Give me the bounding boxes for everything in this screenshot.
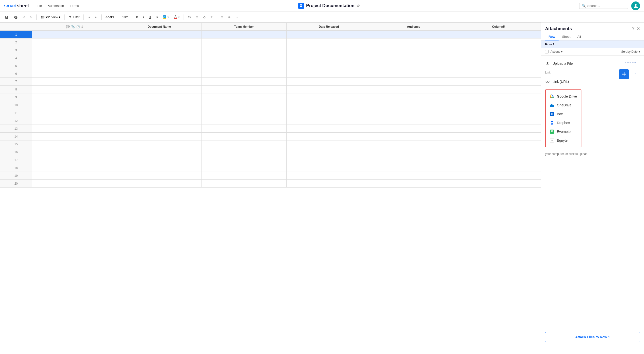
- table-row[interactable]: 7: [0, 78, 541, 86]
- cell[interactable]: [456, 141, 541, 148]
- cell[interactable]: [456, 101, 541, 109]
- cell[interactable]: [117, 46, 202, 54]
- cell[interactable]: [117, 54, 202, 62]
- cell[interactable]: [371, 70, 456, 78]
- cell[interactable]: [371, 141, 456, 148]
- link-url-option[interactable]: Link (URL): [545, 78, 569, 86]
- cell[interactable]: [117, 117, 202, 125]
- cell[interactable]: [286, 62, 371, 70]
- tab-row[interactable]: Row: [545, 33, 558, 40]
- close-icon[interactable]: ✕: [636, 26, 640, 31]
- cell[interactable]: [286, 38, 371, 46]
- font-select[interactable]: Arial ▾: [104, 14, 116, 20]
- table-row[interactable]: 1: [0, 31, 541, 38]
- egnyte-option[interactable]: ✳ Egnyte: [546, 136, 581, 145]
- outdent-button[interactable]: ⇤: [93, 14, 100, 20]
- cell[interactable]: [456, 78, 541, 86]
- font-size-select[interactable]: 10 ▾: [120, 14, 130, 20]
- cell[interactable]: [117, 31, 202, 38]
- cell[interactable]: [117, 101, 202, 109]
- col-header-date-released[interactable]: Date Released: [286, 23, 371, 31]
- select-all-checkbox[interactable]: [545, 50, 548, 53]
- cell[interactable]: [371, 133, 456, 141]
- save-button[interactable]: [3, 14, 11, 20]
- table-row[interactable]: 19: [0, 172, 541, 180]
- table-row[interactable]: 18: [0, 164, 541, 172]
- table-row[interactable]: 11: [0, 109, 541, 117]
- evernote-option[interactable]: E Evernote: [546, 127, 581, 136]
- help-icon[interactable]: ?: [632, 26, 634, 31]
- cell[interactable]: [117, 141, 202, 148]
- sort-dropdown[interactable]: Sort by Date ▾: [621, 50, 640, 53]
- cell[interactable]: [117, 180, 202, 187]
- cell[interactable]: [286, 156, 371, 164]
- cell[interactable]: [286, 148, 371, 156]
- cell[interactable]: [371, 125, 456, 133]
- cell[interactable]: [202, 38, 287, 46]
- cell[interactable]: [202, 54, 287, 62]
- table-row[interactable]: 20: [0, 180, 541, 187]
- cell[interactable]: [117, 93, 202, 101]
- attach-files-button[interactable]: Attach Files to Row 1: [545, 332, 640, 342]
- user-avatar[interactable]: [631, 1, 640, 10]
- cell[interactable]: [371, 109, 456, 117]
- table-row[interactable]: 10: [0, 101, 541, 109]
- cell[interactable]: [456, 54, 541, 62]
- cell[interactable]: [371, 164, 456, 172]
- cell[interactable]: [286, 133, 371, 141]
- col-header-column5[interactable]: Column5: [456, 23, 541, 31]
- col-header-audience[interactable]: Audience: [371, 23, 456, 31]
- pen-button[interactable]: ✏: [226, 14, 233, 20]
- cell[interactable]: [202, 109, 287, 117]
- cell[interactable]: [456, 46, 541, 54]
- cell[interactable]: [456, 117, 541, 125]
- cell[interactable]: [286, 164, 371, 172]
- text-color-button[interactable]: A ▾: [172, 14, 182, 20]
- table-row[interactable]: 15: [0, 141, 541, 148]
- bold-button[interactable]: B: [134, 14, 140, 20]
- cell[interactable]: [286, 54, 371, 62]
- table-row[interactable]: 5: [0, 62, 541, 70]
- favorite-icon[interactable]: ☆: [356, 3, 360, 8]
- cell[interactable]: [286, 141, 371, 148]
- cell[interactable]: [371, 31, 456, 38]
- google-drive-option[interactable]: Google Drive: [546, 92, 581, 101]
- table-row[interactable]: 17: [0, 156, 541, 164]
- grid-view-button[interactable]: Grid View ▾: [38, 14, 62, 20]
- print-button[interactable]: [12, 14, 20, 20]
- cell[interactable]: [456, 93, 541, 101]
- align-wrap-button[interactable]: ⊟: [194, 14, 200, 20]
- cell[interactable]: [286, 117, 371, 125]
- cell[interactable]: [202, 93, 287, 101]
- cell[interactable]: [202, 141, 287, 148]
- menu-automation[interactable]: Automation: [48, 3, 64, 8]
- onedrive-option[interactable]: OneDrive: [546, 101, 581, 110]
- cell[interactable]: [202, 78, 287, 86]
- cell[interactable]: [286, 180, 371, 187]
- more-button[interactable]: ···: [234, 14, 240, 20]
- search-input[interactable]: [587, 4, 626, 7]
- cell[interactable]: [117, 109, 202, 117]
- cell[interactable]: [371, 86, 456, 93]
- undo-button[interactable]: ↩: [20, 14, 27, 20]
- cell[interactable]: [286, 101, 371, 109]
- cell[interactable]: [202, 148, 287, 156]
- cell[interactable]: [456, 125, 541, 133]
- box-option[interactable]: b Box: [546, 110, 581, 118]
- dropbox-option[interactable]: Dropbox: [546, 118, 581, 127]
- cell[interactable]: [117, 86, 202, 93]
- cell[interactable]: [202, 46, 287, 54]
- menu-forms[interactable]: Forms: [70, 3, 79, 8]
- cell[interactable]: [286, 78, 371, 86]
- cell[interactable]: [371, 62, 456, 70]
- table-row[interactable]: 4: [0, 54, 541, 62]
- cell[interactable]: [202, 117, 287, 125]
- cell[interactable]: [371, 101, 456, 109]
- table-row[interactable]: 3: [0, 46, 541, 54]
- cell[interactable]: [371, 148, 456, 156]
- cell[interactable]: [117, 156, 202, 164]
- table-row[interactable]: 6: [0, 70, 541, 78]
- table-row[interactable]: 14: [0, 133, 541, 141]
- col-header-team-member[interactable]: Team Member: [202, 23, 287, 31]
- cell[interactable]: [286, 86, 371, 93]
